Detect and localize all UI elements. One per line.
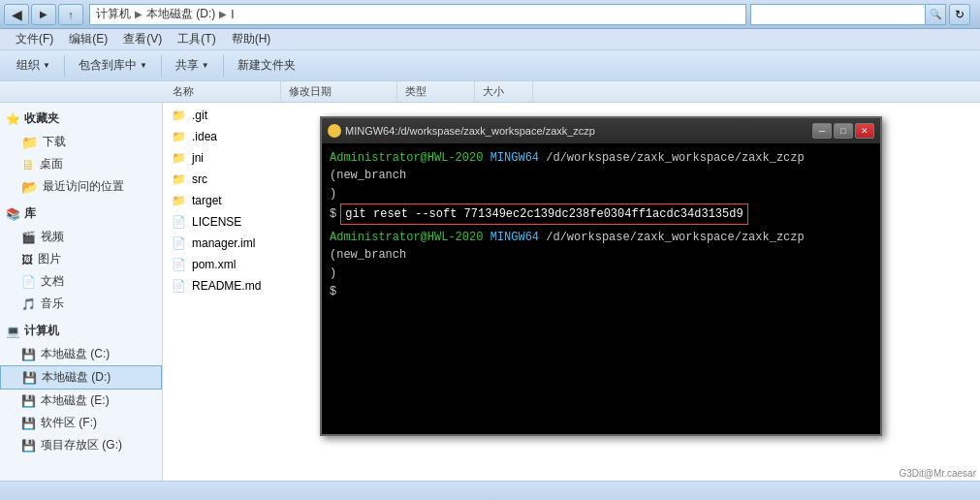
term-branch-1: (new_branch bbox=[330, 167, 406, 184]
terminal-body[interactable]: Administrator@HWL-2020 MINGW64 /d/worksp… bbox=[322, 143, 880, 434]
sidebar-item-recent[interactable]: 📂 最近访问的位置 bbox=[0, 175, 162, 198]
sidebar-library-header[interactable]: 📚 库 bbox=[0, 202, 162, 226]
breadcrumb-arrow2: ▶ bbox=[219, 9, 227, 19]
sidebar-pictures-label: 图片 bbox=[38, 251, 61, 267]
sidebar-item-drive-g[interactable]: 💾 项目存放区 (G:) bbox=[0, 434, 162, 456]
sidebar-item-drive-f[interactable]: 💾 软件区 (F:) bbox=[0, 412, 162, 434]
terminal-line-1: Administrator@HWL-2020 MINGW64 /d/worksp… bbox=[330, 149, 872, 184]
folder-icon: 🖥 bbox=[21, 157, 35, 172]
term-path-1: /d/workspase/zaxk_workspace/zaxk_zczp bbox=[546, 149, 804, 167]
title-bar: ◀ ▶ ↑ 计算机 ▶ 本地磁盘 (D:) ▶ I 🔍 ↻ bbox=[0, 0, 980, 29]
terminal-line-3: Administrator@HWL-2020 MINGW64 /d/worksp… bbox=[330, 229, 872, 264]
terminal-window: MINGW64:/d/workspase/zaxk_workspace/zaxk… bbox=[320, 116, 882, 436]
file-icon: 📄 bbox=[171, 235, 186, 251]
up-button[interactable]: ↑ bbox=[58, 4, 83, 25]
term-space-2 bbox=[539, 149, 546, 167]
terminal-maximize-button[interactable]: □ bbox=[834, 123, 853, 139]
sidebar-item-drive-d[interactable]: 💾 本地磁盘 (D:) bbox=[0, 365, 162, 390]
new-folder-button[interactable]: 新建文件夹 bbox=[229, 53, 304, 78]
folder-icon: 📁 bbox=[171, 150, 186, 166]
sidebar-item-pictures[interactable]: 🖼 图片 bbox=[0, 248, 162, 270]
sidebar-item-drive-e[interactable]: 💾 本地磁盘 (E:) bbox=[0, 390, 162, 412]
organize-chevron: ▼ bbox=[43, 61, 50, 70]
sidebar-drive-e-label: 本地磁盘 (E:) bbox=[41, 392, 110, 409]
sidebar-item-music[interactable]: 🎵 音乐 bbox=[0, 293, 162, 315]
folder-icon: 📁 bbox=[171, 108, 186, 123]
sidebar-favorites: ⭐ 收藏夹 📁 下载 🖥 桌面 📂 最近访问的位置 bbox=[0, 107, 162, 198]
watermark: G3Dit@Mr.caesar bbox=[899, 468, 976, 479]
share-label: 共享 bbox=[175, 57, 199, 74]
file-icon: 📄 bbox=[171, 214, 186, 230]
star-icon: ⭐ bbox=[6, 112, 20, 126]
file-name: pom.xml bbox=[192, 258, 236, 271]
sidebar-item-docs[interactable]: 📄 文档 bbox=[0, 270, 162, 293]
back-button[interactable]: ◀ bbox=[4, 4, 29, 25]
search-button[interactable]: 🔍 bbox=[925, 4, 946, 25]
col-size[interactable]: 大小 bbox=[475, 81, 533, 102]
forward-button[interactable]: ▶ bbox=[31, 4, 56, 25]
refresh-button[interactable]: ↻ bbox=[949, 4, 970, 25]
sidebar-desktop-label: 桌面 bbox=[40, 156, 63, 172]
terminal-line-4: $ bbox=[330, 283, 872, 300]
sidebar-item-download[interactable]: 📁 下载 bbox=[0, 131, 162, 153]
sidebar-computer-header[interactable]: 💻 计算机 bbox=[0, 319, 162, 343]
breadcrumb-folder[interactable]: I bbox=[231, 8, 234, 21]
sidebar-music-label: 音乐 bbox=[41, 296, 64, 312]
term-end-1: ) bbox=[330, 185, 336, 203]
status-bar bbox=[0, 481, 980, 500]
menu-file[interactable]: 文件(F) bbox=[8, 29, 61, 49]
col-type[interactable]: 类型 bbox=[397, 81, 475, 102]
library-icon: 📚 bbox=[6, 207, 20, 221]
breadcrumb-computer[interactable]: 计算机 bbox=[96, 6, 131, 22]
file-icon: 📄 bbox=[171, 278, 186, 294]
include-library-button[interactable]: 包含到库中 ▼ bbox=[70, 53, 156, 78]
share-chevron: ▼ bbox=[202, 61, 209, 70]
sidebar-drive-g-label: 项目存放区 (G:) bbox=[41, 437, 122, 453]
terminal-minimize-button[interactable]: ─ bbox=[812, 123, 832, 139]
file-name: .git bbox=[192, 109, 207, 122]
file-name: jni bbox=[192, 151, 204, 165]
toolbar: 组织 ▼ 包含到库中 ▼ 共享 ▼ 新建文件夹 bbox=[0, 50, 980, 81]
sidebar-item-desktop[interactable]: 🖥 桌面 bbox=[0, 153, 162, 175]
sidebar-favorites-header[interactable]: ⭐ 收藏夹 bbox=[0, 107, 162, 131]
sidebar-favorites-label: 收藏夹 bbox=[24, 110, 59, 127]
organize-button[interactable]: 组织 ▼ bbox=[8, 53, 59, 78]
address-bar: 计算机 ▶ 本地磁盘 (D:) ▶ I 🔍 ↻ bbox=[89, 4, 970, 25]
sidebar-item-video[interactable]: 🎬 视频 bbox=[0, 226, 162, 248]
terminal-line-2: $ git reset --soft 771349ec2c139dc238fe0… bbox=[330, 203, 872, 225]
address-path[interactable]: 计算机 ▶ 本地磁盘 (D:) ▶ I bbox=[89, 4, 746, 25]
breadcrumb-drive[interactable]: 本地磁盘 (D:) bbox=[146, 6, 215, 22]
folder-icon: 📁 bbox=[21, 135, 38, 150]
menu-help[interactable]: 帮助(H) bbox=[224, 29, 279, 49]
video-icon: 🎬 bbox=[21, 231, 36, 244]
file-name: src bbox=[192, 172, 207, 186]
sidebar-download-label: 下载 bbox=[43, 134, 66, 150]
menu-view[interactable]: 查看(V) bbox=[115, 29, 170, 49]
terminal-line-1b: ) bbox=[330, 185, 872, 203]
sidebar-drive-f-label: 软件区 (F:) bbox=[41, 415, 97, 431]
term-dollar-4: $ bbox=[330, 283, 336, 300]
col-name[interactable]: 名称 bbox=[165, 81, 281, 102]
folder-icon: 📂 bbox=[21, 179, 38, 195]
sidebar-item-drive-c[interactable]: 💾 本地磁盘 (C:) bbox=[0, 343, 162, 365]
pictures-icon: 🖼 bbox=[21, 253, 33, 266]
search-input[interactable] bbox=[750, 4, 925, 25]
sidebar-library-label: 库 bbox=[24, 205, 36, 222]
menu-edit[interactable]: 编辑(E) bbox=[61, 29, 115, 49]
drive-d-icon: 💾 bbox=[22, 371, 37, 385]
terminal-line-3b: ) bbox=[330, 265, 872, 282]
term-space-6 bbox=[805, 229, 811, 246]
share-button[interactable]: 共享 ▼ bbox=[167, 53, 218, 78]
terminal-title: MINGW64:/d/workspase/zaxk_workspace/zaxk… bbox=[328, 124, 595, 138]
sidebar-computer: 💻 计算机 💾 本地磁盘 (C:) 💾 本地磁盘 (D:) 💾 本地磁盘 (E:… bbox=[0, 319, 162, 456]
sidebar-docs-label: 文档 bbox=[41, 273, 64, 290]
file-name: README.md bbox=[192, 279, 261, 293]
file-name: target bbox=[192, 194, 222, 207]
sidebar-library: 📚 库 🎬 视频 🖼 图片 📄 文档 🎵 音乐 bbox=[0, 202, 162, 315]
col-modified[interactable]: 修改日期 bbox=[281, 81, 397, 102]
menu-tools[interactable]: 工具(T) bbox=[170, 29, 223, 49]
term-dollar-2: $ bbox=[330, 205, 336, 223]
terminal-title-bar: MINGW64:/d/workspase/zaxk_workspace/zaxk… bbox=[322, 118, 880, 143]
drive-e-icon: 💾 bbox=[21, 394, 36, 408]
terminal-close-button[interactable]: ✕ bbox=[855, 123, 874, 139]
